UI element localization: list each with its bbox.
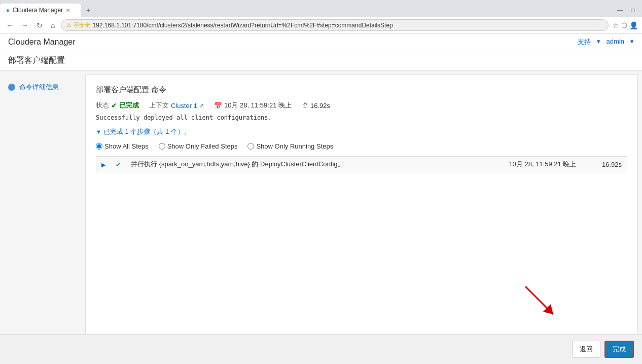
radio-show-all[interactable]: Show All Steps (96, 142, 149, 150)
radio-show-failed-input[interactable] (159, 143, 165, 150)
new-tab-button[interactable]: + (81, 3, 95, 17)
tab-title: Cloudera Manager (13, 7, 63, 14)
sidebar: 命令详细信息 (0, 70, 81, 364)
extensions-icon[interactable]: ⬡ (621, 21, 627, 29)
tab-close-icon[interactable]: ✕ (66, 8, 70, 13)
steps-table: ▶ ✔ 并行执行 {spark_on_yarn,hdfs,yarn,hive} … (96, 156, 627, 172)
finish-button[interactable]: 完成 (604, 341, 634, 358)
step-expand-icon[interactable]: ▶ (101, 162, 105, 168)
browser-tab[interactable]: ● Cloudera Manager ✕ (0, 4, 81, 17)
header-separator: ▾ (597, 38, 600, 47)
admin-chevron: ▾ (630, 38, 634, 47)
external-link-icon: ↗ (199, 102, 204, 109)
radio-show-running-input[interactable] (247, 143, 254, 150)
steps-toggle-label: 已完成 1 个步骤（共 1 个）。 (103, 127, 191, 136)
support-link[interactable]: 支持 (578, 38, 591, 47)
duration-value: 16.92s (310, 102, 330, 110)
radio-show-failed[interactable]: Show Only Failed Steps (159, 142, 238, 150)
toggle-arrow-icon: ▼ (96, 129, 101, 135)
page-container: 命令详细信息 部署客户端配置 命令 状态 ✔ 已完成 上下文 Cluster 1… (0, 70, 642, 364)
page-footer: 返回 完成 (0, 334, 642, 364)
sidebar-item-command-details[interactable]: 命令详细信息 (0, 79, 81, 96)
home-button[interactable]: ⌂ (49, 20, 57, 30)
command-section-title: 部署客户端配置 命令 (96, 85, 627, 95)
status-check-icon: ✔ (111, 101, 117, 110)
refresh-button[interactable]: ↻ (34, 20, 45, 30)
sidebar-dot-icon (8, 84, 15, 91)
maximize-button[interactable]: □ (628, 7, 638, 14)
main-content: 部署客户端配置 命令 状态 ✔ 已完成 上下文 Cluster 1 ↗ 📅 10… (85, 75, 638, 360)
tab-favicon: ● (6, 7, 10, 13)
back-button[interactable]: 返回 (572, 341, 600, 358)
page-title: 部署客户端配置 (8, 56, 65, 64)
address-bar-field[interactable]: ⚠ 不安全 192.168.1.101:7180/cmf/clusters/2/… (61, 19, 609, 31)
app-title: Cloudera Manager (8, 38, 76, 47)
radio-show-running[interactable]: Show Only Running Steps (247, 142, 333, 150)
steps-toggle[interactable]: ▼ 已完成 1 个步骤（共 1 个）。 (96, 127, 627, 136)
step-ok-icon: ✔ (116, 161, 121, 168)
radio-show-running-label: Show Only Running Steps (256, 142, 333, 150)
sidebar-item-label: 命令详细信息 (19, 83, 59, 92)
minimize-button[interactable]: — (614, 7, 626, 14)
app-header: Cloudera Manager 支持 ▾ admin ▾ (0, 33, 642, 51)
radio-show-all-label: Show All Steps (104, 142, 149, 150)
radio-show-failed-label: Show Only Failed Steps (167, 142, 238, 150)
table-row: ▶ ✔ 并行执行 {spark_on_yarn,hdfs,yarn,hive} … (96, 157, 627, 172)
cluster-link[interactable]: Cluster 1 (171, 102, 197, 110)
date-value: 10月 28, 11:59:21 晚上 (224, 101, 292, 110)
status-value: 已完成 (119, 101, 139, 110)
bookmark-icon[interactable]: ☆ (613, 21, 619, 29)
forward-nav-button[interactable]: → (19, 20, 30, 30)
step-duration: 16.92s (581, 157, 627, 172)
clock-icon: ⏱ (302, 102, 308, 110)
status-label: 状态 (96, 101, 109, 110)
status-row: 状态 ✔ 已完成 上下文 Cluster 1 ↗ 📅 10月 28, 11:59… (96, 101, 627, 110)
success-message: Successfully deployed all client configu… (96, 114, 627, 121)
lock-icon: ⚠ (66, 22, 72, 28)
step-name: 并行执行 {spark_on_yarn,hdfs,yarn,hive} 的 De… (126, 157, 464, 172)
radio-group: Show All Steps Show Only Failed Steps Sh… (96, 142, 627, 150)
radio-show-all-input[interactable] (96, 143, 102, 150)
user-icon[interactable]: 👤 (629, 21, 638, 29)
context-label: 上下文 (149, 101, 169, 110)
admin-link[interactable]: admin (607, 38, 624, 47)
calendar-icon: 📅 (214, 102, 222, 110)
back-nav-button[interactable]: ← (4, 20, 15, 30)
step-time: 10月 28, 11:59:21 晚上 (464, 157, 582, 172)
